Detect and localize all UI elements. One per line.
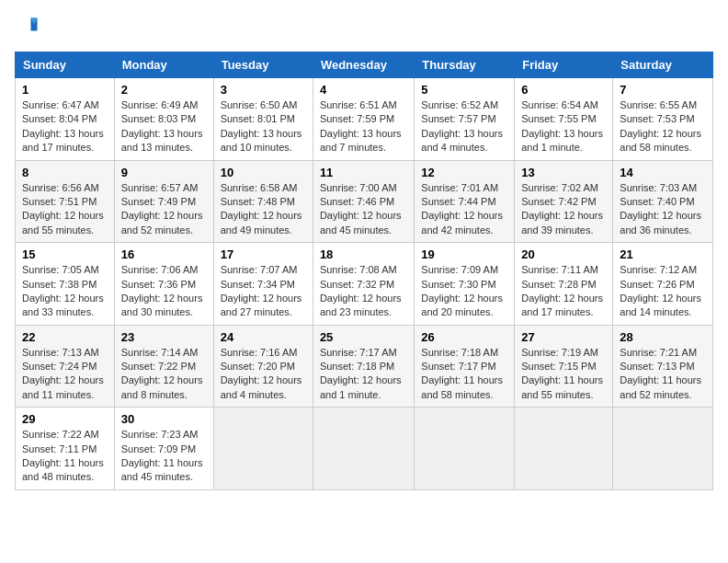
sunset: Sunset: 7:22 PM	[121, 361, 196, 372]
calendar-day: 22 Sunrise: 7:13 AM Sunset: 7:24 PM Dayl…	[16, 325, 115, 408]
calendar-week-4: 22 Sunrise: 7:13 AM Sunset: 7:24 PM Dayl…	[16, 325, 713, 408]
calendar-day: 19 Sunrise: 7:09 AM Sunset: 7:30 PM Dayl…	[415, 243, 515, 326]
page-header	[15, 15, 713, 40]
logo-icon	[15, 15, 40, 40]
sunset: Sunset: 7:46 PM	[320, 196, 394, 207]
sunrise: Sunrise: 7:16 AM	[221, 347, 298, 358]
calendar-day: 15 Sunrise: 7:05 AM Sunset: 7:38 PM Dayl…	[16, 243, 115, 326]
sunrise: Sunrise: 7:18 AM	[421, 347, 498, 358]
column-header-wednesday: Wednesday	[313, 52, 414, 78]
day-number: 21	[620, 247, 706, 261]
day-info: Sunrise: 7:06 AM Sunset: 7:36 PM Dayligh…	[121, 263, 207, 320]
column-header-sunday: Sunday	[16, 52, 115, 78]
column-header-monday: Monday	[114, 52, 213, 78]
sunset: Sunset: 7:59 PM	[320, 113, 394, 124]
day-info: Sunrise: 7:02 AM Sunset: 7:42 PM Dayligh…	[521, 181, 606, 238]
sunrise: Sunrise: 7:17 AM	[320, 347, 397, 358]
day-number: 28	[620, 330, 706, 344]
calendar-day: 10 Sunrise: 6:58 AM Sunset: 7:48 PM Dayl…	[213, 160, 313, 243]
calendar-week-3: 15 Sunrise: 7:05 AM Sunset: 7:38 PM Dayl…	[16, 243, 713, 326]
day-number: 9	[121, 166, 207, 179]
calendar-table: SundayMondayTuesdayWednesdayThursdayFrid…	[15, 52, 713, 490]
calendar-day	[415, 408, 515, 490]
day-info: Sunrise: 7:19 AM Sunset: 7:15 PM Dayligh…	[521, 346, 606, 403]
calendar-day: 13 Sunrise: 7:02 AM Sunset: 7:42 PM Dayl…	[515, 160, 613, 243]
sunset: Sunset: 7:15 PM	[521, 361, 596, 372]
day-number: 5	[421, 83, 507, 97]
calendar-day: 30 Sunrise: 7:23 AM Sunset: 7:09 PM Dayl…	[114, 408, 213, 490]
sunset: Sunset: 7:20 PM	[221, 361, 295, 372]
day-number: 23	[121, 330, 207, 344]
sunrise: Sunrise: 6:52 AM	[421, 99, 498, 110]
day-info: Sunrise: 6:57 AM Sunset: 7:49 PM Dayligh…	[121, 181, 207, 238]
calendar-day: 1 Sunrise: 6:47 AM Sunset: 8:04 PM Dayli…	[16, 78, 115, 161]
daylight: Daylight: 12 hours and 58 minutes.	[620, 128, 701, 153]
day-number: 17	[221, 247, 306, 261]
calendar-day: 7 Sunrise: 6:55 AM Sunset: 7:53 PM Dayli…	[613, 78, 713, 161]
column-header-friday: Friday	[515, 52, 613, 78]
daylight: Daylight: 12 hours and 14 minutes.	[620, 293, 701, 317]
day-number: 14	[620, 166, 706, 179]
day-number: 11	[320, 166, 407, 179]
calendar-day: 25 Sunrise: 7:17 AM Sunset: 7:18 PM Dayl…	[313, 325, 414, 408]
daylight: Daylight: 12 hours and 27 minutes.	[221, 293, 302, 317]
sunrise: Sunrise: 6:57 AM	[121, 182, 199, 193]
day-info: Sunrise: 6:55 AM Sunset: 7:53 PM Dayligh…	[620, 98, 706, 155]
calendar-header-row: SundayMondayTuesdayWednesdayThursdayFrid…	[16, 52, 713, 78]
day-info: Sunrise: 7:22 AM Sunset: 7:11 PM Dayligh…	[22, 428, 108, 485]
sunrise: Sunrise: 7:22 AM	[22, 429, 99, 440]
sunset: Sunset: 7:55 PM	[521, 113, 596, 124]
day-number: 29	[22, 412, 108, 426]
sunset: Sunset: 8:04 PM	[22, 113, 97, 124]
calendar-day: 3 Sunrise: 6:50 AM Sunset: 8:01 PM Dayli…	[213, 78, 313, 161]
daylight: Daylight: 12 hours and 8 minutes.	[121, 374, 203, 399]
day-info: Sunrise: 7:14 AM Sunset: 7:22 PM Dayligh…	[121, 346, 207, 403]
calendar-week-5: 29 Sunrise: 7:22 AM Sunset: 7:11 PM Dayl…	[16, 408, 713, 490]
day-number: 2	[121, 83, 207, 97]
day-number: 30	[121, 412, 207, 426]
calendar-day	[613, 408, 713, 490]
calendar-day: 6 Sunrise: 6:54 AM Sunset: 7:55 PM Dayli…	[515, 78, 613, 161]
calendar-day	[515, 408, 613, 490]
sunrise: Sunrise: 6:54 AM	[521, 99, 598, 110]
calendar-day: 4 Sunrise: 6:51 AM Sunset: 7:59 PM Dayli…	[313, 78, 414, 161]
daylight: Daylight: 12 hours and 1 minute.	[320, 374, 402, 399]
sunset: Sunset: 7:57 PM	[421, 113, 495, 124]
day-number: 18	[320, 247, 407, 261]
sunrise: Sunrise: 7:03 AM	[620, 182, 697, 193]
day-info: Sunrise: 7:16 AM Sunset: 7:20 PM Dayligh…	[221, 346, 306, 403]
daylight: Daylight: 11 hours and 55 minutes.	[521, 374, 603, 399]
sunrise: Sunrise: 7:01 AM	[421, 182, 498, 193]
sunset: Sunset: 7:49 PM	[121, 196, 196, 207]
sunrise: Sunrise: 7:05 AM	[22, 264, 99, 275]
daylight: Daylight: 12 hours and 52 minutes.	[121, 210, 203, 235]
day-info: Sunrise: 6:54 AM Sunset: 7:55 PM Dayligh…	[521, 98, 606, 155]
calendar-day	[313, 408, 414, 490]
calendar-day: 17 Sunrise: 7:07 AM Sunset: 7:34 PM Dayl…	[213, 243, 313, 326]
day-number: 22	[22, 330, 108, 344]
calendar-day: 29 Sunrise: 7:22 AM Sunset: 7:11 PM Dayl…	[16, 408, 115, 490]
sunset: Sunset: 7:48 PM	[221, 196, 295, 207]
daylight: Daylight: 13 hours and 10 minutes.	[221, 128, 302, 153]
sunrise: Sunrise: 6:51 AM	[320, 99, 397, 110]
daylight: Daylight: 13 hours and 17 minutes.	[22, 128, 104, 153]
day-info: Sunrise: 7:12 AM Sunset: 7:26 PM Dayligh…	[620, 263, 706, 320]
day-info: Sunrise: 6:52 AM Sunset: 7:57 PM Dayligh…	[421, 98, 507, 155]
sunset: Sunset: 7:17 PM	[421, 361, 495, 372]
sunrise: Sunrise: 7:07 AM	[221, 264, 298, 275]
calendar-week-2: 8 Sunrise: 6:56 AM Sunset: 7:51 PM Dayli…	[16, 160, 713, 243]
calendar-day: 11 Sunrise: 7:00 AM Sunset: 7:46 PM Dayl…	[313, 160, 414, 243]
calendar-day: 24 Sunrise: 7:16 AM Sunset: 7:20 PM Dayl…	[213, 325, 313, 408]
day-number: 6	[521, 83, 606, 97]
daylight: Daylight: 12 hours and 20 minutes.	[421, 293, 503, 317]
day-info: Sunrise: 6:58 AM Sunset: 7:48 PM Dayligh…	[221, 181, 306, 238]
sunset: Sunset: 7:38 PM	[22, 279, 97, 290]
sunset: Sunset: 7:09 PM	[121, 443, 196, 454]
day-info: Sunrise: 7:05 AM Sunset: 7:38 PM Dayligh…	[22, 263, 108, 320]
daylight: Daylight: 12 hours and 55 minutes.	[22, 210, 104, 235]
sunrise: Sunrise: 7:00 AM	[320, 182, 397, 193]
calendar-day: 12 Sunrise: 7:01 AM Sunset: 7:44 PM Dayl…	[415, 160, 515, 243]
sunset: Sunset: 8:01 PM	[221, 113, 295, 124]
day-number: 26	[421, 330, 507, 344]
day-info: Sunrise: 6:50 AM Sunset: 8:01 PM Dayligh…	[221, 98, 306, 155]
